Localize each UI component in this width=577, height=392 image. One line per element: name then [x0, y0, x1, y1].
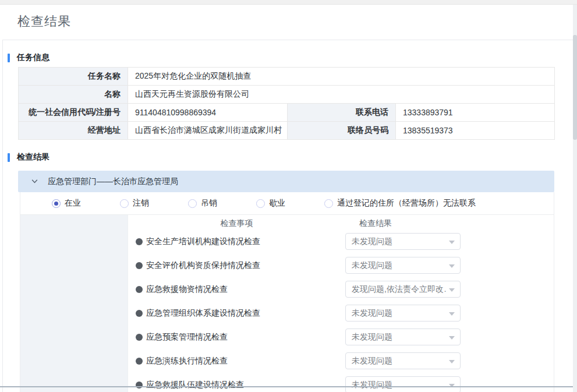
inspection-item-label: 安全评价机构资质保持情况检查: [146, 260, 260, 271]
radio-icon: [120, 199, 129, 208]
department-title: 应急管理部门——长治市应急管理局: [48, 176, 178, 187]
inspection-table: 检查事项 检查结果 安全生产培训机构建设情况检查 未发现问题 安全评价机构资质保…: [20, 215, 554, 392]
status-radio[interactable]: 注销: [120, 198, 149, 209]
inspection-row: 应急预案管理情况检查 未发现问题: [128, 325, 554, 349]
inspection-item-label: 应急预案管理情况检查: [146, 332, 228, 342]
inspection-row: 安全评价机构资质保持情况检查 未发现问题: [128, 253, 554, 277]
result-select[interactable]: 未发现问题: [345, 352, 461, 369]
bullet-icon: [136, 310, 143, 317]
radio-label: 注销: [133, 198, 149, 209]
field-value-company-name: 山西天元再生资源股份有限公司: [128, 86, 555, 104]
field-value-credit-code: 911404810998869394: [128, 104, 288, 122]
caret-down-icon: [449, 312, 455, 316]
inspection-item: 应急管理组织体系建设情况检查: [128, 308, 345, 319]
status-radio[interactable]: 通过登记的住所（经营场所）无法联系: [324, 198, 476, 209]
section-accent-bar: [8, 153, 10, 162]
inspection-row: 应急演练执行情况检查 未发现问题: [128, 349, 554, 373]
inspection-left-cell: [20, 215, 128, 392]
vertical-scrollbar[interactable]: [573, 5, 577, 392]
table-row: 名称 山西天元再生资源股份有限公司: [19, 86, 555, 104]
content-card: 任务信息 任务名称 2025年对危化企业的双随机抽查 名称 山西天元再生资源股份…: [2, 40, 574, 392]
radio-label: 吊销: [201, 198, 217, 209]
inspection-item: 安全生产培训机构建设情况检查: [128, 236, 345, 247]
field-label-company-name: 名称: [19, 86, 128, 104]
department-collapse-header[interactable]: 应急管理部门——长治市应急管理局: [18, 171, 554, 192]
table-row: 任务名称 2025年对危化企业的双随机抽查: [19, 68, 555, 86]
result-select-value: 未发现问题: [352, 356, 446, 366]
field-label-contact-number: 联络员号码: [288, 122, 396, 140]
bullet-icon: [136, 238, 143, 245]
result-select-value: 发现问题,依法责令立即改…: [352, 284, 446, 295]
task-info-section-header: 任务信息: [8, 52, 49, 63]
status-radio[interactable]: 歇业: [256, 198, 285, 209]
inspection-item: 安全评价机构资质保持情况检查: [128, 260, 345, 271]
radio-icon: [324, 199, 333, 208]
status-radio[interactable]: 吊销: [188, 198, 217, 209]
result-select-value: 未发现问题: [352, 308, 446, 319]
inspection-item-label: 应急救援队伍建设情况检查: [146, 380, 244, 390]
bullet-icon: [136, 358, 143, 365]
field-value-task-name: 2025年对危化企业的双随机抽查: [128, 68, 555, 86]
scrollbar-thumb[interactable]: [573, 35, 577, 140]
field-label-task-name: 任务名称: [19, 68, 128, 86]
caret-down-icon: [449, 360, 455, 363]
inspection-item-label: 应急救援物资情况检查: [146, 284, 228, 295]
result-box: 在业 注销 吊销 歇业 通过登记的住所（经营场所）无法联系: [20, 192, 554, 392]
radio-label: 通过登记的住所（经营场所）无法联系: [337, 198, 476, 209]
caret-down-icon: [449, 241, 455, 244]
section-accent-bar: [8, 54, 10, 62]
inspection-row: 应急救援队伍建设情况检查 未发现问题: [128, 373, 554, 392]
table-row: 经营地址 山西省长治市潞城区成家川街道成家川村 联络员号码 1383551937…: [19, 122, 555, 140]
section-title: 任务信息: [17, 52, 49, 63]
inspection-item: 应急救援队伍建设情况检查: [128, 380, 345, 390]
bottom-divider: [0, 386, 577, 387]
inspection-rows: 安全生产培训机构建设情况检查 未发现问题 安全评价机构资质保持情况检查 未发现问…: [128, 229, 554, 392]
field-label-credit-code: 统一社会信用代码/注册号: [19, 104, 128, 122]
top-strip: [0, 0, 577, 5]
result-select-value: 未发现问题: [352, 332, 446, 342]
inspection-row: 应急救援物资情况检查 发现问题,依法责令立即改…: [128, 277, 554, 301]
result-select[interactable]: 未发现问题: [345, 329, 461, 345]
inspection-row: 应急管理组织体系建设情况检查 未发现问题: [128, 301, 554, 325]
result-select[interactable]: 未发现问题: [345, 233, 461, 250]
chevron-down-icon: [31, 178, 38, 185]
radio-label: 在业: [65, 198, 81, 209]
radio-icon: [188, 199, 197, 208]
inspection-item: 应急救援物资情况检查: [128, 284, 345, 295]
result-select[interactable]: 未发现问题: [345, 305, 461, 322]
inspection-column-headers: 检查事项 检查结果: [128, 215, 554, 229]
radio-label: 歇业: [269, 198, 285, 209]
item-column-header: 检查事项: [128, 218, 345, 229]
inspection-item: 应急预案管理情况检查: [128, 332, 345, 342]
result-select-value: 未发现问题: [352, 380, 446, 390]
field-label-address: 经营地址: [19, 122, 128, 140]
result-section-header: 检查结果: [8, 152, 49, 163]
field-value-phone: 13333893791: [396, 104, 555, 122]
result-select-value: 未发现问题: [352, 236, 446, 247]
inspection-item-label: 安全生产培训机构建设情况检查: [146, 236, 260, 247]
result-column-header: 检查结果: [345, 218, 406, 229]
status-radio[interactable]: 在业: [52, 198, 81, 209]
inspection-main: 检查事项 检查结果 安全生产培训机构建设情况检查 未发现问题 安全评价机构资质保…: [128, 215, 554, 392]
result-select[interactable]: 发现问题,依法责令立即改…: [345, 281, 461, 298]
page-title: 检查结果: [17, 13, 71, 30]
bullet-icon: [136, 262, 143, 269]
field-value-address: 山西省长治市潞城区成家川街道成家川村: [128, 122, 288, 140]
radio-icon: [52, 199, 61, 208]
task-info-table: 任务名称 2025年对危化企业的双随机抽查 名称 山西天元再生资源股份有限公司 …: [18, 67, 555, 140]
status-radio-group: 在业 注销 吊销 歇业 通过登记的住所（经营场所）无法联系: [20, 192, 554, 215]
inspection-result-screen: 检查结果 任务信息 任务名称 2025年对危化企业的双随机抽查 名称 山西天元再…: [0, 0, 577, 392]
result-select[interactable]: 未发现问题: [345, 376, 461, 392]
inspection-item: 应急演练执行情况检查: [128, 356, 345, 366]
field-value-contact-number: 13835519373: [396, 122, 555, 140]
caret-down-icon: [449, 288, 455, 292]
caret-down-icon: [449, 264, 455, 268]
caret-down-icon: [449, 336, 455, 340]
inspection-item-label: 应急演练执行情况检查: [146, 356, 228, 366]
field-label-phone: 联系电话: [288, 104, 396, 122]
bullet-icon: [136, 334, 143, 341]
bullet-icon: [136, 286, 143, 293]
radio-icon: [256, 199, 265, 208]
result-select-value: 未发现问题: [352, 260, 446, 271]
result-select[interactable]: 未发现问题: [345, 257, 461, 274]
